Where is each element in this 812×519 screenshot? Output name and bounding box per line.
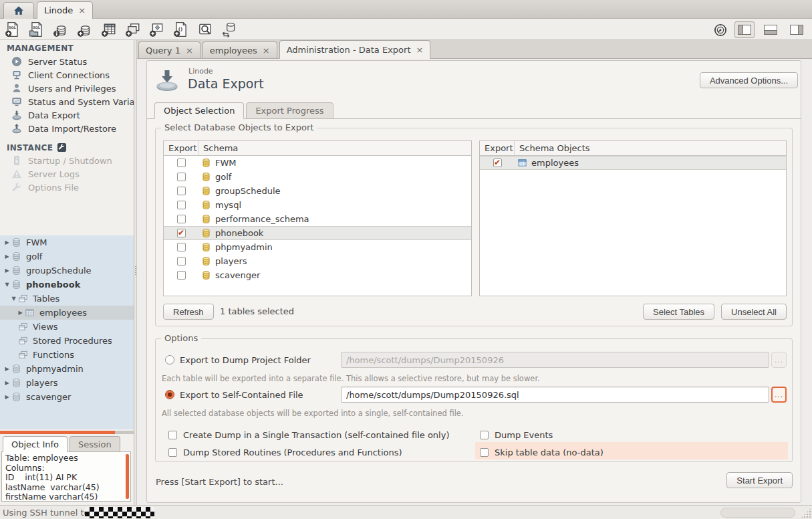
tree-item-groupschedule[interactable]: ▶groupSchedule: [0, 264, 134, 278]
checkbox[interactable]: [168, 431, 177, 439]
horizontal-scrollbar[interactable]: [720, 508, 795, 518]
table-row-employees[interactable]: employees: [480, 156, 786, 170]
sidebar-item-label: Startup / Shutdown: [28, 156, 112, 166]
connection-tab[interactable]: Linode ×: [37, 1, 93, 19]
toggle-output-area-button[interactable]: [761, 21, 781, 38]
sidebar-item-client-connections[interactable]: Client Connections: [0, 68, 134, 82]
tree-item-scavenger[interactable]: ▶scavenger: [0, 390, 134, 404]
search-table-button[interactable]: [196, 21, 214, 38]
export-checkbox[interactable]: [177, 201, 186, 209]
tab-employees[interactable]: employees×: [202, 41, 277, 58]
table-row-mysql[interactable]: mysql: [164, 198, 471, 212]
tables-node-icon: [18, 294, 28, 304]
tab-administration-data-export[interactable]: Administration - Data Export×: [279, 40, 431, 59]
table-row-golf[interactable]: golf: [164, 170, 471, 184]
sidebar-splitter-handle[interactable]: [0, 431, 115, 434]
toggle-sidebar-button[interactable]: [734, 21, 755, 38]
object-info-scrollbar[interactable]: [126, 454, 129, 499]
expander-expanded-icon[interactable]: ▼: [3, 282, 11, 288]
tree-item-views[interactable]: Views: [0, 320, 134, 334]
close-icon[interactable]: ×: [78, 5, 86, 15]
tree-item-fwm[interactable]: ▶FWM: [0, 235, 134, 249]
tree-item-functions[interactable]: Functions: [0, 348, 134, 362]
create-view-button[interactable]: [124, 21, 142, 38]
open-sql-script-button[interactable]: SQL: [28, 21, 45, 38]
table-row-phpmyadmin[interactable]: phpmyadmin: [164, 240, 471, 254]
table-row-groupschedule[interactable]: groupSchedule: [164, 184, 471, 198]
close-icon[interactable]: ×: [186, 45, 193, 56]
unselect-all-button[interactable]: Unselect All: [721, 304, 787, 320]
dump-folder-radio[interactable]: [165, 355, 174, 365]
dump-folder-browse-button[interactable]: ...: [771, 352, 787, 368]
sidebar-item-users-and-privileges[interactable]: Users and Privileges: [0, 82, 134, 95]
schema-inspector-button[interactable]: [52, 21, 70, 38]
self-contained-browse-button[interactable]: ...: [771, 387, 787, 403]
tree-item-employees[interactable]: ▶employees: [0, 306, 134, 320]
export-checkbox[interactable]: [177, 243, 186, 251]
resize-grip-icon[interactable]: [801, 508, 811, 518]
start-export-button[interactable]: Start Export: [726, 472, 793, 488]
dump-folder-path-input[interactable]: [341, 352, 769, 368]
sidebar-item-data-export[interactable]: Data Export: [0, 108, 134, 122]
expander-expanded-icon[interactable]: ▼: [9, 296, 18, 302]
toggle-sidebar-icon: [738, 25, 751, 35]
option-dump-events[interactable]: Dump Events: [480, 427, 553, 442]
expander-collapsed-icon[interactable]: ▶: [3, 394, 11, 400]
tree-item-players[interactable]: ▶players: [0, 376, 134, 390]
export-checkbox[interactable]: [177, 271, 186, 280]
select-tables-button[interactable]: Select Tables: [643, 304, 714, 320]
close-icon[interactable]: ×: [416, 45, 424, 55]
export-checkbox[interactable]: [177, 187, 186, 195]
tab-session[interactable]: Session: [70, 436, 120, 452]
home-tab[interactable]: [3, 2, 34, 19]
table-row-scavenger[interactable]: scavenger: [164, 268, 471, 282]
expander-collapsed-icon[interactable]: ▶: [3, 366, 11, 372]
export-checkbox[interactable]: [177, 257, 186, 266]
option-create-dump-in-a-single-transaction-self-contained-file-only[interactable]: Create Dump in a Single Transaction (sel…: [168, 427, 449, 442]
create-table-button[interactable]: [100, 21, 118, 38]
sidebar-item-server-status[interactable]: Server Status: [0, 55, 134, 68]
expander-collapsed-icon[interactable]: ▶: [3, 268, 11, 274]
tree-item-golf[interactable]: ▶golf: [0, 249, 134, 264]
table-row-fwm[interactable]: FWM: [164, 156, 471, 170]
refresh-button[interactable]: Refresh: [163, 304, 214, 320]
table-row-players[interactable]: players: [164, 254, 471, 268]
expander-collapsed-icon[interactable]: ▶: [3, 253, 11, 260]
sidebar-item-data-import-restore[interactable]: Data Import/Restore: [0, 122, 134, 135]
create-function-button[interactable]: (): [172, 21, 190, 38]
checkbox[interactable]: [168, 448, 177, 457]
option-skip-table-data-no-data[interactable]: Skip table data (no-data): [480, 445, 603, 459]
dashboard-icon[interactable]: [712, 22, 728, 38]
expander-collapsed-icon[interactable]: ▶: [3, 239, 11, 245]
export-checkbox[interactable]: [177, 173, 186, 181]
self-contained-radio[interactable]: [165, 390, 174, 399]
expander-collapsed-icon[interactable]: ▶: [3, 380, 11, 386]
advanced-options-button[interactable]: Advanced Options...: [700, 72, 798, 88]
sidebar-item-status-and-system-variables[interactable]: Status and System Variables: [0, 95, 134, 108]
tab-object-selection[interactable]: Object Selection: [154, 102, 244, 119]
export-checkbox[interactable]: [177, 159, 186, 167]
create-schema-button[interactable]: [76, 21, 94, 38]
checkbox[interactable]: [480, 431, 489, 439]
create-procedure-button[interactable]: [148, 21, 166, 38]
self-contained-path-input[interactable]: [341, 387, 769, 403]
export-checkbox[interactable]: [493, 159, 502, 167]
tab-export-progress[interactable]: Export Progress: [246, 102, 333, 119]
export-checkbox[interactable]: [177, 215, 186, 223]
reconnect-database-button[interactable]: [221, 21, 238, 38]
close-icon[interactable]: ×: [263, 45, 270, 56]
tree-item-phpmyadmin[interactable]: ▶phpmyadmin: [0, 362, 134, 376]
tree-item-phonebook[interactable]: ▼phonebook: [0, 278, 134, 292]
tab-query-1[interactable]: Query 1×: [138, 41, 200, 58]
checkbox[interactable]: [480, 448, 489, 457]
export-checkbox[interactable]: [177, 229, 186, 237]
tab-object-info[interactable]: Object Info: [3, 436, 67, 452]
table-row-performance-schema[interactable]: performance_schema: [164, 212, 471, 226]
expander-collapsed-icon[interactable]: ▶: [16, 310, 25, 316]
table-row-phonebook[interactable]: phonebook: [164, 226, 471, 240]
option-dump-stored-routines-procedures-and-functions[interactable]: Dump Stored Routines (Procedures and Fun…: [168, 445, 402, 459]
tree-item-stored-procedures[interactable]: Stored Procedures: [0, 334, 134, 348]
new-query-tab-button[interactable]: SQL: [4, 21, 21, 38]
toggle-secondary-sidebar-button[interactable]: [787, 21, 807, 38]
tree-item-tables[interactable]: ▼Tables: [0, 292, 134, 306]
